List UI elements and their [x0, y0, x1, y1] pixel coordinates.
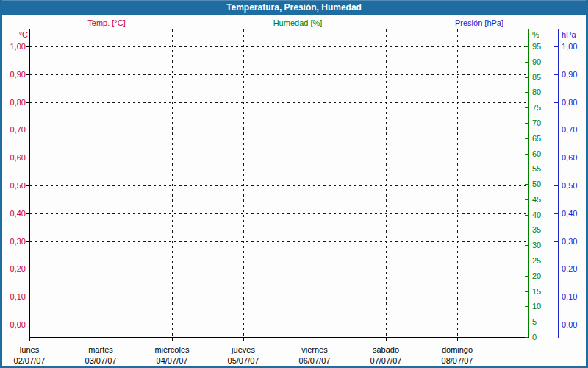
h-gridline — [30, 325, 528, 325]
humidity-tick-label: 15 — [532, 286, 553, 297]
pressure-axis-line — [558, 29, 559, 338]
h-gridline — [30, 213, 528, 214]
humidity-tick — [525, 77, 528, 78]
humidity-tick-label: 45 — [532, 194, 553, 205]
legend-temperature: Temp. [°C] — [87, 18, 125, 28]
humidity-tick-label: 85 — [532, 72, 553, 82]
humidity-tick-label: 90 — [532, 57, 553, 67]
celsius-tick-label: 0,60 — [2, 152, 26, 163]
celsius-tick-label: 0,80 — [2, 97, 26, 107]
humidity-tick — [525, 276, 528, 277]
x-tick — [172, 338, 173, 341]
humidity-tick — [525, 169, 528, 169]
v-gridline — [315, 29, 315, 337]
celsius-tick — [26, 130, 29, 130]
celsius-tick-label: 0,00 — [2, 319, 26, 330]
humidity-tick — [525, 46, 528, 47]
humidity-axis-title: % — [532, 29, 539, 40]
day-date-label: 07/07/07 — [351, 355, 421, 366]
humidity-tick-label: 10 — [532, 301, 553, 311]
day-date-label: 08/07/07 — [422, 355, 492, 366]
pressure-tick-label: 1,00 — [562, 41, 587, 52]
celsius-tick — [26, 325, 29, 325]
pressure-tick-label: 0,60 — [562, 152, 587, 163]
pressure-tick — [554, 185, 558, 186]
humidity-tick — [525, 184, 528, 185]
day-name-label: martes — [65, 344, 136, 355]
celsius-tick — [26, 213, 29, 214]
celsius-tick-label: 0,40 — [2, 208, 26, 219]
day-name-label: jueves — [208, 344, 279, 355]
celsius-tick-label: 0,90 — [2, 69, 26, 79]
x-tick — [29, 338, 30, 341]
humidity-tick-label: 55 — [532, 163, 553, 174]
celsius-tick — [26, 102, 29, 103]
humidity-tick — [525, 322, 528, 322]
celsius-tick-label: 0,10 — [2, 291, 26, 302]
celsius-tick — [26, 158, 29, 158]
day-date-label: 06/07/07 — [279, 355, 350, 366]
celsius-tick — [26, 46, 29, 47]
humidity-tick — [525, 245, 528, 246]
day-date-label: 02/07/07 — [0, 355, 65, 366]
humidity-tick-label: 80 — [532, 87, 553, 97]
pressure-tick — [554, 130, 558, 130]
v-gridline — [243, 29, 244, 337]
pressure-tick — [554, 325, 558, 325]
pressure-tick — [554, 213, 558, 214]
h-gridline — [30, 269, 528, 269]
h-gridline — [30, 185, 528, 186]
humidity-tick — [525, 199, 528, 200]
chart-area: Temp. [°C] Humedad [%] Presión [hPa] °C … — [2, 15, 586, 366]
pressure-tick-label: 0,70 — [562, 124, 587, 135]
pressure-tick — [554, 241, 558, 242]
pressure-tick — [554, 102, 558, 103]
humidity-tick — [525, 123, 528, 124]
humidity-tick-label: 75 — [532, 102, 553, 113]
chart-window: Temperatura, Presión, Humedad Temp. [°C]… — [0, 0, 588, 368]
v-gridline — [386, 29, 387, 337]
pressure-tick-label: 0,40 — [562, 208, 587, 219]
humidity-tick-label: 95 — [532, 41, 553, 52]
pressure-tick-label: 0,00 — [562, 319, 587, 330]
celsius-tick-label: 0,20 — [2, 263, 26, 274]
h-gridline — [30, 46, 528, 47]
x-tick — [101, 338, 101, 341]
title-bar: Temperatura, Presión, Humedad — [2, 0, 586, 15]
pressure-tick — [554, 158, 558, 158]
celsius-tick-label: 0,70 — [2, 124, 26, 135]
humidity-tick — [525, 107, 528, 108]
x-tick — [315, 338, 315, 341]
day-name-label: domingo — [422, 344, 492, 355]
x-tick — [243, 338, 244, 341]
humidity-tick-label: 0 — [532, 332, 553, 342]
humidity-tick-label: 40 — [532, 210, 553, 220]
humidity-tick-label: 20 — [532, 271, 553, 281]
h-gridline — [30, 297, 528, 297]
pressure-tick-label: 0,20 — [562, 263, 587, 274]
celsius-tick — [26, 297, 29, 297]
h-gridline — [30, 102, 528, 103]
humidity-tick — [525, 62, 528, 63]
v-gridline — [101, 29, 101, 337]
v-gridline — [172, 29, 173, 337]
humidity-tick — [525, 92, 528, 93]
humidity-tick-label: 25 — [532, 255, 553, 266]
celsius-tick — [26, 269, 29, 269]
day-date-label: 05/07/07 — [208, 355, 279, 366]
x-tick — [386, 338, 387, 341]
pressure-tick — [554, 74, 558, 75]
pressure-tick-label: 0,10 — [562, 291, 587, 302]
pressure-axis-title: hPa — [562, 29, 576, 40]
day-name-label: sábado — [351, 344, 421, 355]
pressure-tick-label: 0,80 — [562, 97, 587, 107]
humidity-tick — [525, 154, 528, 155]
pressure-tick-label: 0,90 — [562, 69, 587, 79]
legend-pressure: Presión [hPa] — [455, 18, 503, 28]
celsius-tick-label: 0,50 — [2, 180, 26, 191]
day-name-label: lunes — [0, 344, 65, 355]
humidity-tick-label: 30 — [532, 240, 553, 250]
humidity-tick-label: 5 — [532, 316, 553, 327]
v-gridline — [457, 29, 458, 337]
celsius-tick — [26, 185, 29, 186]
